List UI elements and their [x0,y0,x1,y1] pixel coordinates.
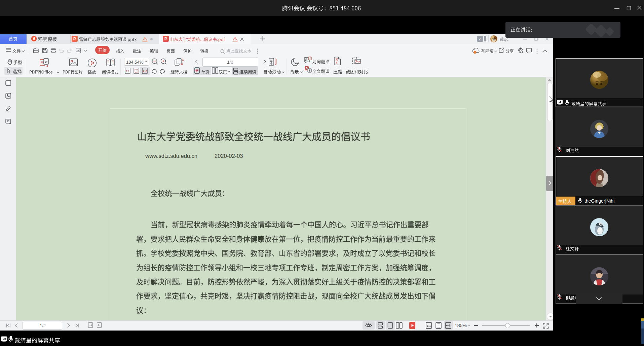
svg-text:P: P [164,36,167,41]
svg-text:1:1: 1:1 [126,70,130,73]
svg-text:P: P [73,36,76,41]
svg-text:1:1: 1:1 [427,324,431,327]
